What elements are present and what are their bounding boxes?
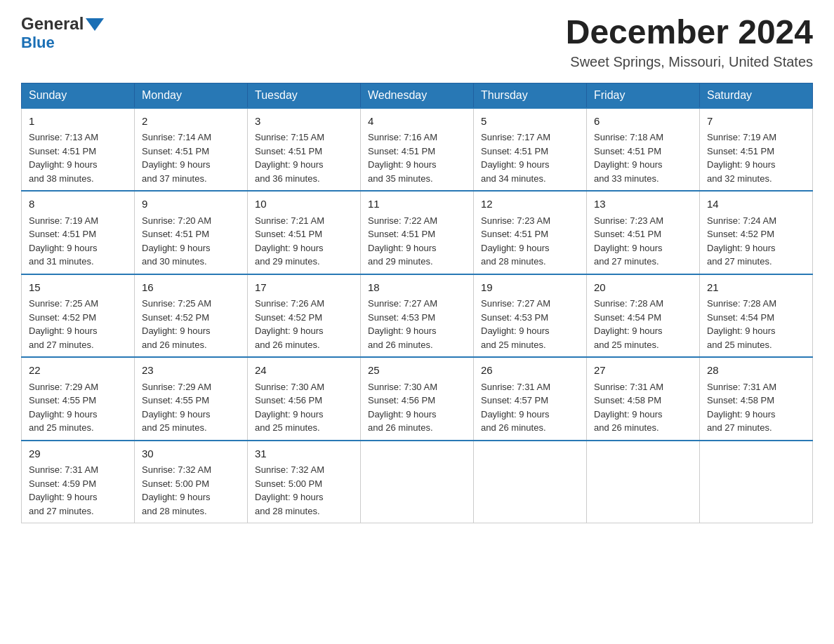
calendar-cell: 9Sunrise: 7:20 AMSunset: 4:51 PMDaylight…: [135, 191, 248, 274]
day-number: 11: [368, 196, 466, 213]
calendar-cell: 29Sunrise: 7:31 AMSunset: 4:59 PMDayligh…: [22, 441, 135, 523]
day-info: Sunrise: 7:18 AMSunset: 4:51 PMDaylight:…: [594, 132, 663, 184]
day-number: 15: [29, 280, 127, 296]
day-info: Sunrise: 7:25 AMSunset: 4:52 PMDaylight:…: [29, 298, 98, 350]
day-number: 8: [29, 196, 127, 213]
day-number: 7: [707, 114, 805, 130]
day-number: 10: [255, 196, 353, 213]
week-row-4: 22Sunrise: 7:29 AMSunset: 4:55 PMDayligh…: [22, 357, 813, 441]
day-number: 16: [142, 280, 240, 296]
calendar-cell: 2Sunrise: 7:14 AMSunset: 4:51 PMDaylight…: [135, 108, 248, 192]
calendar-cell: 11Sunrise: 7:22 AMSunset: 4:51 PMDayligh…: [361, 191, 474, 274]
day-number: 1: [29, 114, 127, 130]
day-info: Sunrise: 7:31 AMSunset: 4:58 PMDaylight:…: [594, 382, 663, 434]
calendar-cell: 8Sunrise: 7:19 AMSunset: 4:51 PMDaylight…: [22, 191, 135, 274]
day-number: 29: [29, 446, 127, 462]
day-info: Sunrise: 7:23 AMSunset: 4:51 PMDaylight:…: [594, 215, 663, 267]
week-row-1: 1Sunrise: 7:13 AMSunset: 4:51 PMDaylight…: [22, 108, 813, 192]
column-header-sunday: Sunday: [22, 83, 135, 108]
subtitle: Sweet Springs, Missouri, United States: [566, 54, 813, 70]
day-info: Sunrise: 7:30 AMSunset: 4:56 PMDaylight:…: [255, 382, 324, 434]
day-info: Sunrise: 7:15 AMSunset: 4:51 PMDaylight:…: [255, 132, 324, 184]
calendar-cell: 15Sunrise: 7:25 AMSunset: 4:52 PMDayligh…: [22, 274, 135, 358]
day-number: 27: [594, 363, 692, 379]
calendar-cell: 14Sunrise: 7:24 AMSunset: 4:52 PMDayligh…: [700, 191, 813, 274]
week-row-2: 8Sunrise: 7:19 AMSunset: 4:51 PMDaylight…: [22, 191, 813, 274]
day-info: Sunrise: 7:21 AMSunset: 4:51 PMDaylight:…: [255, 215, 324, 267]
calendar-cell: 21Sunrise: 7:28 AMSunset: 4:54 PMDayligh…: [700, 274, 813, 358]
calendar-cell: 4Sunrise: 7:16 AMSunset: 4:51 PMDaylight…: [361, 108, 474, 192]
calendar-cell: 17Sunrise: 7:26 AMSunset: 4:52 PMDayligh…: [248, 274, 361, 358]
calendar-cell: 1Sunrise: 7:13 AMSunset: 4:51 PMDaylight…: [22, 108, 135, 192]
calendar-cell: 27Sunrise: 7:31 AMSunset: 4:58 PMDayligh…: [587, 357, 700, 441]
calendar-cell: 26Sunrise: 7:31 AMSunset: 4:57 PMDayligh…: [474, 357, 587, 441]
day-number: 4: [368, 114, 466, 130]
calendar-cell: 28Sunrise: 7:31 AMSunset: 4:58 PMDayligh…: [700, 357, 813, 441]
calendar-cell: 31Sunrise: 7:32 AMSunset: 5:00 PMDayligh…: [248, 441, 361, 523]
day-number: 3: [255, 114, 353, 130]
logo-blue-text: Blue: [21, 34, 55, 51]
day-number: 6: [594, 114, 692, 130]
calendar-cell: 18Sunrise: 7:27 AMSunset: 4:53 PMDayligh…: [361, 274, 474, 358]
title-block: December 2024 Sweet Springs, Missouri, U…: [566, 14, 813, 70]
calendar-cell: [361, 441, 474, 523]
calendar-cell: 30Sunrise: 7:32 AMSunset: 5:00 PMDayligh…: [135, 441, 248, 523]
day-info: Sunrise: 7:13 AMSunset: 4:51 PMDaylight:…: [29, 132, 98, 184]
page-title: December 2024: [566, 14, 813, 51]
calendar-cell: 7Sunrise: 7:19 AMSunset: 4:51 PMDaylight…: [700, 108, 813, 192]
day-info: Sunrise: 7:22 AMSunset: 4:51 PMDaylight:…: [368, 215, 437, 267]
day-number: 24: [255, 363, 353, 379]
day-info: Sunrise: 7:30 AMSunset: 4:56 PMDaylight:…: [368, 382, 437, 434]
calendar-cell: 23Sunrise: 7:29 AMSunset: 4:55 PMDayligh…: [135, 357, 248, 441]
day-info: Sunrise: 7:23 AMSunset: 4:51 PMDaylight:…: [481, 215, 550, 267]
day-info: Sunrise: 7:17 AMSunset: 4:51 PMDaylight:…: [481, 132, 550, 184]
day-number: 28: [707, 363, 805, 379]
column-header-wednesday: Wednesday: [361, 83, 474, 108]
day-number: 23: [142, 363, 240, 379]
day-number: 12: [481, 196, 579, 213]
day-number: 14: [707, 196, 805, 213]
day-info: Sunrise: 7:28 AMSunset: 4:54 PMDaylight:…: [594, 298, 663, 350]
day-info: Sunrise: 7:28 AMSunset: 4:54 PMDaylight:…: [707, 298, 776, 350]
day-number: 2: [142, 114, 240, 130]
calendar-cell: 13Sunrise: 7:23 AMSunset: 4:51 PMDayligh…: [587, 191, 700, 274]
calendar-cell: [474, 441, 587, 523]
day-info: Sunrise: 7:19 AMSunset: 4:51 PMDaylight:…: [707, 132, 776, 184]
day-info: Sunrise: 7:14 AMSunset: 4:51 PMDaylight:…: [142, 132, 211, 184]
calendar-cell: 12Sunrise: 7:23 AMSunset: 4:51 PMDayligh…: [474, 191, 587, 274]
column-header-tuesday: Tuesday: [248, 83, 361, 108]
column-header-friday: Friday: [587, 83, 700, 108]
day-number: 13: [594, 196, 692, 213]
day-info: Sunrise: 7:19 AMSunset: 4:51 PMDaylight:…: [29, 215, 98, 267]
day-number: 30: [142, 446, 240, 462]
day-number: 31: [255, 446, 353, 462]
day-info: Sunrise: 7:29 AMSunset: 4:55 PMDaylight:…: [142, 382, 211, 434]
day-number: 25: [368, 363, 466, 379]
day-info: Sunrise: 7:27 AMSunset: 4:53 PMDaylight:…: [368, 298, 437, 350]
day-number: 26: [481, 363, 579, 379]
calendar-table: SundayMondayTuesdayWednesdayThursdayFrid…: [21, 83, 813, 524]
day-number: 17: [255, 280, 353, 296]
day-number: 19: [481, 280, 579, 296]
day-info: Sunrise: 7:24 AMSunset: 4:52 PMDaylight:…: [707, 215, 776, 267]
calendar-cell: 22Sunrise: 7:29 AMSunset: 4:55 PMDayligh…: [22, 357, 135, 441]
day-info: Sunrise: 7:26 AMSunset: 4:52 PMDaylight:…: [255, 298, 324, 350]
calendar-cell: 16Sunrise: 7:25 AMSunset: 4:52 PMDayligh…: [135, 274, 248, 358]
calendar-cell: [700, 441, 813, 523]
day-number: 9: [142, 196, 240, 213]
day-number: 21: [707, 280, 805, 296]
column-header-saturday: Saturday: [700, 83, 813, 108]
calendar-cell: 3Sunrise: 7:15 AMSunset: 4:51 PMDaylight…: [248, 108, 361, 192]
calendar-cell: 19Sunrise: 7:27 AMSunset: 4:53 PMDayligh…: [474, 274, 587, 358]
logo: General Blue: [21, 14, 104, 52]
day-info: Sunrise: 7:31 AMSunset: 4:57 PMDaylight:…: [481, 382, 550, 434]
calendar-cell: 25Sunrise: 7:30 AMSunset: 4:56 PMDayligh…: [361, 357, 474, 441]
day-info: Sunrise: 7:31 AMSunset: 4:59 PMDaylight:…: [29, 464, 98, 516]
logo-general-text: General: [21, 14, 84, 34]
column-header-thursday: Thursday: [474, 83, 587, 108]
column-header-monday: Monday: [135, 83, 248, 108]
calendar-cell: 20Sunrise: 7:28 AMSunset: 4:54 PMDayligh…: [587, 274, 700, 358]
day-number: 18: [368, 280, 466, 296]
page-header: General Blue December 2024 Sweet Springs…: [21, 14, 813, 70]
calendar-cell: 24Sunrise: 7:30 AMSunset: 4:56 PMDayligh…: [248, 357, 361, 441]
